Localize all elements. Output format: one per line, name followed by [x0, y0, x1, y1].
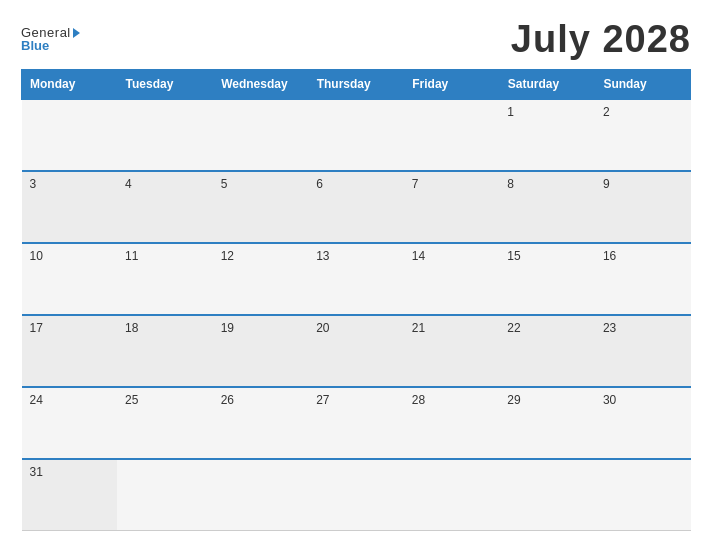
- calendar-week-row: 10111213141516: [22, 243, 691, 315]
- calendar-day-cell: [595, 459, 691, 531]
- calendar-day-cell: 26: [213, 387, 309, 459]
- day-number: 17: [30, 321, 43, 335]
- calendar-table: Monday Tuesday Wednesday Thursday Friday…: [21, 69, 691, 532]
- col-monday: Monday: [22, 69, 118, 99]
- calendar-day-cell: 28: [404, 387, 500, 459]
- day-number: 11: [125, 249, 138, 263]
- day-number: 13: [316, 249, 329, 263]
- calendar-day-cell: [499, 459, 595, 531]
- calendar-day-cell: [404, 459, 500, 531]
- calendar-header: Monday Tuesday Wednesday Thursday Friday…: [22, 69, 691, 99]
- col-wednesday: Wednesday: [213, 69, 309, 99]
- day-number: 23: [603, 321, 616, 335]
- header: General Blue July 2028: [21, 18, 691, 61]
- calendar-page: General Blue July 2028 Monday Tuesday We…: [6, 8, 706, 543]
- day-number: 15: [507, 249, 520, 263]
- day-number: 31: [30, 465, 43, 479]
- day-number: 5: [221, 177, 228, 191]
- day-number: 27: [316, 393, 329, 407]
- day-number: 1: [507, 105, 514, 119]
- calendar-week-row: 24252627282930: [22, 387, 691, 459]
- calendar-day-cell: 11: [117, 243, 213, 315]
- calendar-day-cell: 7: [404, 171, 500, 243]
- day-number: 22: [507, 321, 520, 335]
- calendar-day-cell: 4: [117, 171, 213, 243]
- calendar-day-cell: [213, 459, 309, 531]
- day-number: 4: [125, 177, 132, 191]
- calendar-day-cell: 22: [499, 315, 595, 387]
- calendar-day-cell: 18: [117, 315, 213, 387]
- calendar-day-cell: 17: [22, 315, 118, 387]
- day-number: 14: [412, 249, 425, 263]
- calendar-week-row: 3456789: [22, 171, 691, 243]
- calendar-week-row: 12: [22, 99, 691, 171]
- calendar-day-cell: 30: [595, 387, 691, 459]
- calendar-day-cell: [117, 459, 213, 531]
- col-tuesday: Tuesday: [117, 69, 213, 99]
- col-thursday: Thursday: [308, 69, 404, 99]
- calendar-day-cell: 5: [213, 171, 309, 243]
- calendar-day-cell: 23: [595, 315, 691, 387]
- day-number: 26: [221, 393, 234, 407]
- day-number: 19: [221, 321, 234, 335]
- calendar-day-cell: [213, 99, 309, 171]
- calendar-day-cell: 29: [499, 387, 595, 459]
- calendar-day-cell: 24: [22, 387, 118, 459]
- day-number: 18: [125, 321, 138, 335]
- col-friday: Friday: [404, 69, 500, 99]
- month-title: July 2028: [511, 18, 691, 61]
- day-number: 8: [507, 177, 514, 191]
- calendar-day-cell: 14: [404, 243, 500, 315]
- logo: General Blue: [21, 26, 80, 52]
- calendar-day-cell: [308, 459, 404, 531]
- calendar-day-cell: 12: [213, 243, 309, 315]
- calendar-day-cell: 8: [499, 171, 595, 243]
- calendar-day-cell: 20: [308, 315, 404, 387]
- calendar-week-row: 17181920212223: [22, 315, 691, 387]
- calendar-day-cell: 21: [404, 315, 500, 387]
- day-number: 9: [603, 177, 610, 191]
- calendar-day-cell: [404, 99, 500, 171]
- calendar-day-cell: 25: [117, 387, 213, 459]
- calendar-day-cell: 31: [22, 459, 118, 531]
- day-number: 21: [412, 321, 425, 335]
- day-number: 7: [412, 177, 419, 191]
- calendar-day-cell: 27: [308, 387, 404, 459]
- day-number: 6: [316, 177, 323, 191]
- day-number: 29: [507, 393, 520, 407]
- weekday-header-row: Monday Tuesday Wednesday Thursday Friday…: [22, 69, 691, 99]
- col-sunday: Sunday: [595, 69, 691, 99]
- calendar-day-cell: [117, 99, 213, 171]
- day-number: 20: [316, 321, 329, 335]
- calendar-day-cell: 3: [22, 171, 118, 243]
- day-number: 28: [412, 393, 425, 407]
- calendar-day-cell: 16: [595, 243, 691, 315]
- day-number: 3: [30, 177, 37, 191]
- calendar-day-cell: 15: [499, 243, 595, 315]
- day-number: 12: [221, 249, 234, 263]
- day-number: 25: [125, 393, 138, 407]
- calendar-week-row: 31: [22, 459, 691, 531]
- calendar-day-cell: 9: [595, 171, 691, 243]
- calendar-day-cell: [308, 99, 404, 171]
- calendar-day-cell: 6: [308, 171, 404, 243]
- logo-blue-text: Blue: [21, 39, 80, 52]
- logo-flag-icon: [73, 28, 80, 38]
- calendar-day-cell: 13: [308, 243, 404, 315]
- calendar-day-cell: 10: [22, 243, 118, 315]
- calendar-body: 1234567891011121314151617181920212223242…: [22, 99, 691, 531]
- day-number: 30: [603, 393, 616, 407]
- calendar-day-cell: 19: [213, 315, 309, 387]
- day-number: 24: [30, 393, 43, 407]
- col-saturday: Saturday: [499, 69, 595, 99]
- calendar-day-cell: 1: [499, 99, 595, 171]
- calendar-day-cell: [22, 99, 118, 171]
- day-number: 2: [603, 105, 610, 119]
- calendar-day-cell: 2: [595, 99, 691, 171]
- day-number: 10: [30, 249, 43, 263]
- day-number: 16: [603, 249, 616, 263]
